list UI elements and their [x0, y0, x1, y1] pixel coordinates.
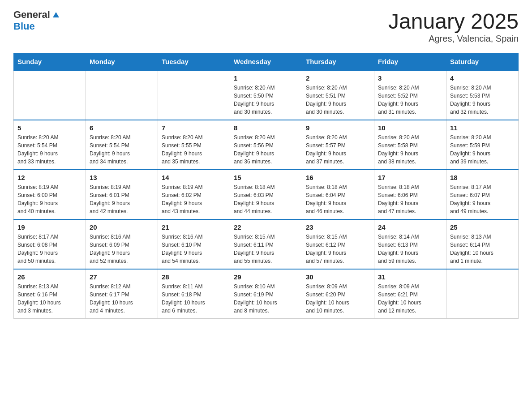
day-header-friday: Friday: [374, 53, 446, 71]
day-info: Sunrise: 8:20 AM Sunset: 5:56 PM Dayligh…: [234, 133, 298, 166]
day-number: 22: [234, 223, 298, 231]
week-row-4: 19Sunrise: 8:17 AM Sunset: 6:08 PM Dayli…: [14, 219, 519, 269]
day-info: Sunrise: 8:20 AM Sunset: 5:51 PM Dayligh…: [306, 84, 370, 116]
day-info: Sunrise: 8:12 AM Sunset: 6:17 PM Dayligh…: [90, 283, 154, 315]
calendar-cell: 12Sunrise: 8:19 AM Sunset: 6:00 PM Dayli…: [14, 170, 86, 219]
week-row-5: 26Sunrise: 8:13 AM Sunset: 6:16 PM Dayli…: [14, 269, 519, 319]
day-number: 24: [378, 223, 442, 231]
day-info: Sunrise: 8:19 AM Sunset: 6:00 PM Dayligh…: [17, 183, 82, 215]
day-number: 3: [378, 74, 442, 82]
calendar-cell: [446, 269, 519, 319]
day-number: 10: [378, 124, 442, 132]
day-header-thursday: Thursday: [302, 53, 374, 71]
day-info: Sunrise: 8:20 AM Sunset: 5:54 PM Dayligh…: [17, 133, 82, 166]
calendar-subtitle: Agres, Valencia, Spain: [388, 34, 519, 44]
calendar-cell: 11Sunrise: 8:20 AM Sunset: 5:59 PM Dayli…: [446, 120, 519, 170]
calendar-cell: 5Sunrise: 8:20 AM Sunset: 5:54 PM Daylig…: [14, 120, 86, 170]
week-row-2: 5Sunrise: 8:20 AM Sunset: 5:54 PM Daylig…: [14, 120, 519, 170]
calendar-cell: 23Sunrise: 8:15 AM Sunset: 6:12 PM Dayli…: [302, 219, 374, 269]
day-number: 6: [90, 124, 154, 132]
calendar-table: SundayMondayTuesdayWednesdayThursdayFrid…: [13, 53, 519, 319]
day-info: Sunrise: 8:15 AM Sunset: 6:11 PM Dayligh…: [234, 233, 298, 265]
day-info: Sunrise: 8:20 AM Sunset: 5:52 PM Dayligh…: [378, 84, 442, 116]
calendar-cell: 7Sunrise: 8:20 AM Sunset: 5:55 PM Daylig…: [158, 120, 230, 170]
day-number: 1: [234, 74, 298, 82]
calendar-cell: 28Sunrise: 8:11 AM Sunset: 6:18 PM Dayli…: [158, 269, 230, 319]
day-info: Sunrise: 8:10 AM Sunset: 6:19 PM Dayligh…: [234, 283, 298, 315]
calendar-cell: 6Sunrise: 8:20 AM Sunset: 5:54 PM Daylig…: [86, 120, 158, 170]
day-number: 15: [234, 174, 298, 181]
day-info: Sunrise: 8:20 AM Sunset: 5:57 PM Dayligh…: [306, 133, 370, 166]
day-number: 26: [17, 273, 82, 281]
day-number: 16: [306, 174, 370, 181]
week-row-1: 1Sunrise: 8:20 AM Sunset: 5:50 PM Daylig…: [14, 70, 519, 120]
calendar-cell: [158, 70, 230, 120]
day-number: 7: [162, 124, 226, 132]
calendar-title: January 2025: [388, 9, 519, 34]
logo-blue-text: Blue: [13, 21, 35, 32]
calendar-cell: [86, 70, 158, 120]
calendar-cell: 9Sunrise: 8:20 AM Sunset: 5:57 PM Daylig…: [302, 120, 374, 170]
day-number: 11: [450, 124, 515, 132]
day-header-saturday: Saturday: [446, 53, 519, 71]
calendar-cell: 25Sunrise: 8:13 AM Sunset: 6:14 PM Dayli…: [446, 219, 519, 269]
day-info: Sunrise: 8:13 AM Sunset: 6:14 PM Dayligh…: [450, 233, 515, 265]
day-info: Sunrise: 8:18 AM Sunset: 6:04 PM Dayligh…: [306, 183, 370, 215]
logo-triangle-icon: [51, 9, 61, 19]
calendar-cell: [14, 70, 86, 120]
day-number: 13: [90, 174, 154, 181]
calendar-cell: 21Sunrise: 8:16 AM Sunset: 6:10 PM Dayli…: [158, 219, 230, 269]
day-number: 25: [450, 223, 515, 231]
day-info: Sunrise: 8:11 AM Sunset: 6:18 PM Dayligh…: [162, 283, 226, 315]
day-info: Sunrise: 8:20 AM Sunset: 5:53 PM Dayligh…: [450, 84, 515, 116]
day-number: 29: [234, 273, 298, 281]
day-info: Sunrise: 8:20 AM Sunset: 5:58 PM Dayligh…: [378, 133, 442, 166]
day-number: 23: [306, 223, 370, 231]
calendar-cell: 22Sunrise: 8:15 AM Sunset: 6:11 PM Dayli…: [230, 219, 302, 269]
calendar-cell: 31Sunrise: 8:09 AM Sunset: 6:21 PM Dayli…: [374, 269, 446, 319]
calendar-cell: 29Sunrise: 8:10 AM Sunset: 6:19 PM Dayli…: [230, 269, 302, 319]
calendar-cell: 26Sunrise: 8:13 AM Sunset: 6:16 PM Dayli…: [14, 269, 86, 319]
day-number: 2: [306, 74, 370, 82]
calendar-cell: 20Sunrise: 8:16 AM Sunset: 6:09 PM Dayli…: [86, 219, 158, 269]
day-number: 4: [450, 74, 515, 82]
day-info: Sunrise: 8:20 AM Sunset: 5:59 PM Dayligh…: [450, 133, 515, 166]
calendar-cell: 17Sunrise: 8:18 AM Sunset: 6:06 PM Dayli…: [374, 170, 446, 219]
week-row-3: 12Sunrise: 8:19 AM Sunset: 6:00 PM Dayli…: [14, 170, 519, 219]
calendar-cell: 3Sunrise: 8:20 AM Sunset: 5:52 PM Daylig…: [374, 70, 446, 120]
calendar-cell: 4Sunrise: 8:20 AM Sunset: 5:53 PM Daylig…: [446, 70, 519, 120]
day-number: 27: [90, 273, 154, 281]
day-number: 28: [162, 273, 226, 281]
calendar-cell: 16Sunrise: 8:18 AM Sunset: 6:04 PM Dayli…: [302, 170, 374, 219]
day-number: 12: [17, 174, 82, 181]
day-header-monday: Monday: [86, 53, 158, 71]
day-number: 21: [162, 223, 226, 231]
day-info: Sunrise: 8:18 AM Sunset: 6:03 PM Dayligh…: [234, 183, 298, 215]
title-block: January 2025 Agres, Valencia, Spain: [388, 9, 519, 44]
calendar-cell: 2Sunrise: 8:20 AM Sunset: 5:51 PM Daylig…: [302, 70, 374, 120]
day-info: Sunrise: 8:09 AM Sunset: 6:21 PM Dayligh…: [378, 283, 442, 315]
calendar-cell: 10Sunrise: 8:20 AM Sunset: 5:58 PM Dayli…: [374, 120, 446, 170]
calendar-cell: 24Sunrise: 8:14 AM Sunset: 6:13 PM Dayli…: [374, 219, 446, 269]
day-number: 14: [162, 174, 226, 181]
calendar-cell: 18Sunrise: 8:17 AM Sunset: 6:07 PM Dayli…: [446, 170, 519, 219]
day-header-wednesday: Wednesday: [230, 53, 302, 71]
day-info: Sunrise: 8:19 AM Sunset: 6:02 PM Dayligh…: [162, 183, 226, 215]
day-info: Sunrise: 8:18 AM Sunset: 6:06 PM Dayligh…: [378, 183, 442, 215]
calendar-cell: 30Sunrise: 8:09 AM Sunset: 6:20 PM Dayli…: [302, 269, 374, 319]
day-info: Sunrise: 8:15 AM Sunset: 6:12 PM Dayligh…: [306, 233, 370, 265]
day-number: 31: [378, 273, 442, 281]
day-info: Sunrise: 8:13 AM Sunset: 6:16 PM Dayligh…: [17, 283, 82, 315]
day-info: Sunrise: 8:16 AM Sunset: 6:10 PM Dayligh…: [162, 233, 226, 265]
calendar-cell: 14Sunrise: 8:19 AM Sunset: 6:02 PM Dayli…: [158, 170, 230, 219]
page-header: General Blue January 2025 Agres, Valenci…: [13, 9, 519, 44]
day-info: Sunrise: 8:17 AM Sunset: 6:08 PM Dayligh…: [17, 233, 82, 265]
day-header-sunday: Sunday: [14, 53, 86, 71]
day-number: 20: [90, 223, 154, 231]
day-number: 18: [450, 174, 515, 181]
calendar-cell: 19Sunrise: 8:17 AM Sunset: 6:08 PM Dayli…: [14, 219, 86, 269]
day-number: 30: [306, 273, 370, 281]
day-number: 5: [17, 124, 82, 132]
calendar-cell: 27Sunrise: 8:12 AM Sunset: 6:17 PM Dayli…: [86, 269, 158, 319]
calendar-cell: 8Sunrise: 8:20 AM Sunset: 5:56 PM Daylig…: [230, 120, 302, 170]
